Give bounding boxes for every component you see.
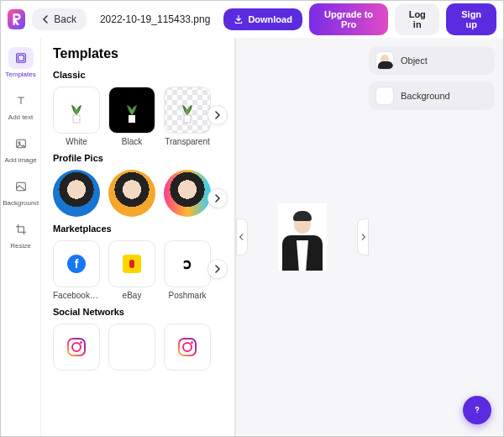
back-button[interactable]: Back xyxy=(32,8,87,30)
ebay-icon xyxy=(123,255,141,273)
profile-next-button[interactable] xyxy=(207,188,228,208)
svg-rect-5 xyxy=(73,115,80,123)
instagram-icon xyxy=(67,338,86,356)
help-icon xyxy=(470,403,484,417)
template-black[interactable]: Black xyxy=(108,87,155,146)
app-logo[interactable] xyxy=(8,9,25,29)
panel-title: Templates xyxy=(53,46,226,61)
plant-icon xyxy=(122,95,142,125)
classic-next-button[interactable] xyxy=(207,105,228,125)
profile-row xyxy=(53,170,226,217)
right-panel: Object Background xyxy=(369,38,503,436)
templates-icon xyxy=(14,51,28,65)
download-button[interactable]: Download xyxy=(223,8,302,30)
chevron-right-icon xyxy=(360,234,366,240)
template-transparent[interactable]: Transparent xyxy=(164,87,211,146)
arrow-left-icon xyxy=(42,15,50,24)
svg-point-3 xyxy=(18,142,20,144)
top-bar: Back 2022-10-19_115433.png Download Upgr… xyxy=(1,1,503,38)
template-profile-1[interactable] xyxy=(53,170,100,217)
rail-resize[interactable]: Resize xyxy=(1,214,40,254)
rail-add-image[interactable]: Add image xyxy=(1,129,40,168)
object-thumb xyxy=(375,51,394,70)
social-row xyxy=(53,324,226,371)
classic-row: White Black Transparent xyxy=(53,87,226,146)
layer-background[interactable]: Background xyxy=(369,82,495,110)
template-profile-3[interactable] xyxy=(164,170,211,217)
chevron-right-icon xyxy=(213,111,222,119)
login-button[interactable]: Log in xyxy=(395,3,439,35)
section-classic-title: Classic xyxy=(53,70,226,80)
template-ebay[interactable]: eBay xyxy=(108,240,155,300)
instagram-icon xyxy=(178,338,197,356)
rail-templates[interactable]: Templates xyxy=(1,43,40,82)
plant-icon xyxy=(177,95,197,125)
plant-icon xyxy=(66,95,87,125)
template-social-2[interactable] xyxy=(108,324,155,371)
back-label: Back xyxy=(54,13,76,25)
marketplaces-next-button[interactable] xyxy=(207,259,228,279)
template-white[interactable]: White xyxy=(53,87,100,146)
templates-panel: Templates Classic White Black Transparen… xyxy=(41,38,234,436)
upgrade-button[interactable]: Upgrade to Pro xyxy=(309,3,388,35)
left-rail: Templates Add text Add image Background … xyxy=(1,38,41,436)
subject-image[interactable] xyxy=(278,203,327,271)
canvas[interactable] xyxy=(236,38,369,436)
text-icon xyxy=(14,94,28,108)
download-icon xyxy=(234,14,244,24)
section-social-title: Social Networks xyxy=(53,307,226,317)
background-icon xyxy=(14,180,28,193)
image-icon xyxy=(14,137,28,150)
layer-object[interactable]: Object xyxy=(369,46,495,75)
section-profile-title: Profile Pics xyxy=(53,153,226,163)
signup-button[interactable]: Sign up xyxy=(446,3,496,35)
rail-add-text[interactable]: Add text xyxy=(1,86,40,125)
svg-rect-7 xyxy=(184,115,191,123)
template-facebook[interactable]: fFacebook Ma... xyxy=(53,240,100,300)
crop-icon xyxy=(14,223,28,236)
svg-rect-1 xyxy=(18,55,24,61)
chevron-right-icon xyxy=(213,265,222,273)
marketplaces-row: fFacebook Ma... eBay ɔPoshmark xyxy=(53,240,226,300)
chevron-right-icon xyxy=(213,194,222,203)
background-thumb xyxy=(375,87,394,105)
facebook-icon: f xyxy=(67,255,86,273)
canvas-collapse-left[interactable] xyxy=(236,218,248,255)
filename: 2022-10-19_115433.png xyxy=(100,13,210,25)
template-instagram-1[interactable] xyxy=(53,324,100,371)
canvas-collapse-right[interactable] xyxy=(357,218,369,255)
help-button[interactable] xyxy=(463,396,491,424)
template-instagram-2[interactable] xyxy=(164,324,211,371)
section-marketplaces-title: Marketplaces xyxy=(53,224,226,234)
poshmark-icon: ɔ xyxy=(183,255,192,273)
rail-background[interactable]: Background xyxy=(1,171,40,211)
svg-rect-6 xyxy=(129,115,135,123)
template-profile-2[interactable] xyxy=(108,170,155,217)
template-poshmark[interactable]: ɔPoshmark xyxy=(164,240,211,300)
chevron-left-icon xyxy=(239,234,245,240)
